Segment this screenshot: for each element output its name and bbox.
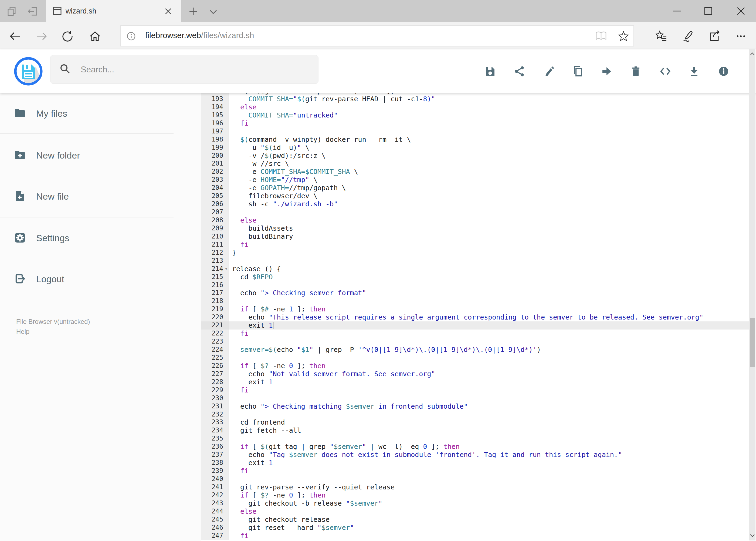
search-input[interactable] [80, 55, 308, 84]
code-line[interactable]: 236 if [ $(git tag | grep "$semver" | wc… [201, 443, 750, 451]
page-scrollbar[interactable] [749, 49, 755, 540]
code-line[interactable]: 233 cd frontend [201, 418, 750, 426]
hub-favorites-icon[interactable] [655, 30, 668, 43]
help-link[interactable]: Help [16, 328, 29, 335]
refresh-button[interactable] [61, 30, 74, 43]
code-line[interactable]: 192if [ "$(git status --porcelain)" = ""… [201, 93, 750, 95]
code-line[interactable]: 215 cd $REPO [201, 273, 750, 281]
code-line[interactable]: 229 fi [201, 386, 750, 394]
code-line[interactable]: 206 sh -c "./wizard.sh -b" [201, 200, 750, 208]
download-button[interactable] [688, 65, 700, 77]
search-box[interactable] [50, 55, 319, 84]
scrollbar-thumb[interactable] [750, 318, 755, 367]
code-line[interactable]: 231 echo "> Checking matching $semver in… [201, 402, 750, 410]
code-line[interactable]: 227 echo "Not valid semver format. See s… [201, 370, 750, 378]
home-button[interactable] [89, 30, 102, 43]
sidebar-item-my-files[interactable]: My files [0, 106, 189, 121]
code-line[interactable]: 245 git checkout release [201, 516, 750, 524]
code-line[interactable]: 201 -w //src \ [201, 160, 750, 168]
code-line[interactable]: 247 fi [201, 532, 750, 540]
fold-arrow-icon[interactable]: ▾ [224, 265, 229, 273]
code-line[interactable]: 217 echo "> Checking semver format" [201, 289, 750, 297]
code-line[interactable]: 238 exit 1 [201, 459, 750, 467]
code-line[interactable]: 237 echo "Tag $semver does not exist in … [201, 451, 750, 459]
rename-button[interactable] [543, 65, 555, 77]
code-line[interactable]: 214▾release () { [201, 265, 750, 273]
code-line[interactable]: 222 fi [201, 329, 750, 337]
code-line[interactable]: 240 [201, 475, 750, 483]
code-line[interactable]: 219 if [ $# -ne 1 ]; then [201, 305, 750, 313]
code-line[interactable]: 234 git fetch --all [201, 426, 750, 435]
copy-button[interactable] [572, 65, 584, 77]
annotate-pen-icon[interactable] [681, 30, 694, 43]
sidebar-item-settings[interactable]: Settings [0, 231, 189, 245]
tab-list-chevron-icon[interactable] [208, 7, 219, 17]
tab-close-icon[interactable] [163, 6, 173, 17]
code-editor[interactable]: 192if [ "$(git status --porcelain)" = ""… [201, 93, 750, 541]
code-line[interactable]: 241 git rev-parse --verify --quiet relea… [201, 483, 750, 491]
code-line[interactable]: 243 git checkout -b release "$semver" [201, 499, 750, 507]
code-line[interactable]: 246 git reset --hard "$semver" [201, 524, 750, 532]
code-line[interactable]: 221 exit 1 [201, 321, 750, 329]
code-line[interactable]: 213 [201, 257, 750, 265]
code-line[interactable]: 196 fi [201, 119, 750, 128]
code-line[interactable]: 244 else [201, 507, 750, 516]
code-line[interactable]: 224 semver=$(echo "$1" | grep -P '^v(0|[… [201, 346, 750, 354]
info-button[interactable] [718, 65, 730, 77]
code-line[interactable]: 200 -v /$(pwd):/src:z \ [201, 152, 750, 160]
raw-code-button[interactable] [659, 65, 671, 77]
code-line[interactable]: 207 [201, 208, 750, 216]
url-text[interactable]: filebrowser.web/files/wizard.sh [145, 31, 254, 40]
close-window-button[interactable] [731, 4, 750, 18]
code-line[interactable]: 216 [201, 281, 750, 289]
code-line[interactable]: 202 -e COMMIT_SHA=$COMMIT_SHA \ [201, 168, 750, 176]
code-line[interactable]: 226 if [ $? -ne 0 ]; then [201, 362, 750, 370]
sidebar-item-new-file[interactable]: New file [0, 189, 189, 204]
code-line[interactable]: 242 if [ $? -ne 0 ]; then [201, 491, 750, 499]
delete-button[interactable] [630, 65, 642, 77]
move-button[interactable] [601, 65, 613, 77]
code-line[interactable]: 225 [201, 354, 750, 362]
code-line[interactable]: 208 else [201, 216, 750, 225]
code-line[interactable]: 195 COMMIT_SHA="untracked" [201, 111, 750, 119]
forward-button[interactable] [35, 30, 48, 43]
browser-tab[interactable]: wizard.sh [46, 0, 181, 22]
share-file-button[interactable] [513, 65, 525, 77]
code-line[interactable]: 223 [201, 337, 750, 346]
code-line[interactable]: 235 [201, 435, 750, 443]
code-line[interactable]: 204 -e GOPATH=//tmp/gopath \ [201, 184, 750, 192]
address-bar[interactable]: filebrowser.web/files/wizard.sh [121, 25, 634, 46]
back-button[interactable] [9, 30, 22, 43]
filebrowser-logo[interactable] [13, 56, 44, 88]
code-line[interactable]: 210 buildBinary [201, 233, 750, 241]
code-line[interactable]: 230 [201, 394, 750, 402]
more-menu-icon[interactable] [734, 30, 747, 43]
sidebar-item-logout[interactable]: Logout [0, 272, 189, 286]
code-line[interactable]: 220 echo "This release script requires a… [201, 313, 750, 321]
code-line[interactable]: 205 filebrowser/dev \ [201, 192, 750, 200]
scroll-down-icon[interactable] [750, 532, 755, 539]
code-line[interactable]: 228 exit 1 [201, 378, 750, 386]
sidebar-item-new-folder[interactable]: New folder [0, 148, 189, 163]
code-line[interactable]: 212} [201, 249, 750, 257]
set-tabs-aside-icon[interactable] [27, 5, 39, 17]
tab-preview-icon[interactable] [6, 5, 18, 17]
save-button[interactable] [484, 65, 496, 77]
code-line[interactable]: 194 else [201, 103, 750, 111]
scroll-up-icon[interactable] [750, 51, 755, 58]
reading-view-icon[interactable] [595, 31, 607, 43]
favorite-star-icon[interactable] [618, 30, 630, 43]
code-line[interactable]: 211 fi [201, 241, 750, 249]
code-line[interactable]: 197 [201, 128, 750, 136]
code-line[interactable]: 203 -e HOME="//tmp" \ [201, 176, 750, 184]
minimize-button[interactable] [667, 4, 686, 18]
code-line[interactable]: 199 -u "$(id -u)" \ [201, 144, 750, 152]
share-icon[interactable] [708, 30, 721, 43]
site-info-icon[interactable] [126, 31, 136, 42]
code-line[interactable]: 232 [201, 410, 750, 419]
code-line[interactable]: 198 $(command -v winpty) docker run --rm… [201, 136, 750, 144]
new-tab-button[interactable] [187, 5, 199, 17]
code-line[interactable]: 218 [201, 297, 750, 305]
maximize-button[interactable] [699, 4, 718, 18]
code-line[interactable]: 239 fi [201, 467, 750, 475]
